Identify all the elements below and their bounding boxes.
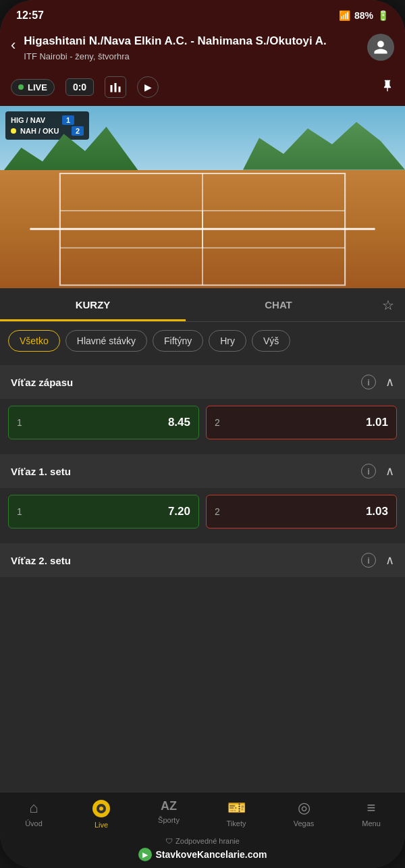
bet-option-1[interactable]: 1 7.20 [8,495,199,528]
tab-kurzy[interactable]: KURZY [0,288,186,321]
section-vitaz-2-setu: Víťaz 2. setu i ∧ [0,543,405,577]
pin-button[interactable] [381,79,394,96]
section-title: Víťaz zápasu [11,377,73,388]
filter-hlavne[interactable]: Hlavné stávky [65,330,147,352]
signal-icon: 📶 [339,10,350,21]
nav-label-uvod: Úvod [25,819,43,828]
match-title: Higashitani N./Nava Elkin A.C. - Nahiman… [24,34,359,49]
shield-icon: 🛡 [165,837,173,845]
svg-rect-1 [115,83,117,92]
section-header-vitaz-1-setu: Víťaz 1. setu i ∧ [0,454,405,488]
responsible-gaming: 🛡 Zodpovedné hranie [0,837,405,845]
section-title: Víťaz 2. setu [11,555,71,566]
svg-rect-2 [119,86,121,92]
info-button[interactable]: i [361,553,376,568]
nav-label-sporty: Športy [158,816,180,824]
brand-label: StavkoveKancelarie.com [156,849,267,860]
bet-options-vitaz-zapasu: 1 8.45 2 1.01 [0,399,405,449]
nav-tikety[interactable]: 🎫 Tikety [216,799,256,829]
score-display: 0:0 [65,78,94,96]
responsible-label: Zodpovedné hranie [176,837,240,845]
time: 12:57 [16,9,44,22]
nav-label-live: Live [94,821,108,829]
bet-odds-1: 8.45 [168,416,190,429]
team1-name: HIG / NAV [11,116,58,124]
control-bar: LIVE 0:0 ▶ [0,71,405,106]
team2-name: NAH / OKU [20,127,68,135]
bet-option-1[interactable]: 1 8.45 [8,406,199,439]
header: ‹ Higashitani N./Nava Elkin A.C. - Nahim… [0,27,405,71]
brand-play-icon: ▶ [138,848,152,861]
bottom-nav: ⌂ Úvod Live AZ Športy 🎫 Tikety [0,792,405,833]
info-button[interactable]: i [361,464,376,479]
live-badge: LIVE [11,79,55,96]
live-dot [18,84,24,90]
avatar[interactable] [367,34,394,61]
vegas-icon: ◎ [298,799,310,817]
nav-uvod[interactable]: ⌂ Úvod [14,799,54,829]
svg-rect-0 [111,85,113,92]
svg-point-11 [99,807,103,811]
chevron-up-icon[interactable]: ∧ [385,464,394,479]
status-bar: 12:57 📶 88% 🔋 [0,0,405,27]
scoreboard-overlay: HIG / NAV 1 NAH / OKU 2 [5,111,89,140]
bet-label-1: 1 [17,417,22,428]
tab-chat[interactable]: CHAT [186,288,371,321]
section-vitaz-1-setu: Víťaz 1. setu i ∧ 1 7.20 2 1.03 [0,454,405,538]
favorite-button[interactable]: ☆ [371,289,405,321]
chevron-up-icon[interactable]: ∧ [385,553,394,568]
nav-menu[interactable]: ≡ Menu [351,799,392,829]
filter-row: Všetko Hlavné stávky Fiftýny Hry Výš [0,322,405,360]
section-header-vitaz-2-setu: Víťaz 2. setu i ∧ [0,543,405,577]
bet-options-vitaz-1-setu: 1 7.20 2 1.03 [0,488,405,538]
bet-option-2[interactable]: 2 1.03 [206,495,397,528]
sporty-icon: AZ [161,799,177,813]
section-controls: i ∧ [361,464,394,479]
nav-sporty[interactable]: AZ Športy [148,799,189,829]
bet-option-2[interactable]: 2 1.01 [206,406,397,439]
info-button[interactable]: i [361,375,376,389]
filter-vsetko[interactable]: Všetko [8,330,60,352]
bet-label-2: 2 [215,417,220,428]
battery: 88% [354,10,373,21]
nav-label-vegas: Vegas [294,819,315,828]
stats-button[interactable] [105,76,126,98]
back-button[interactable]: ‹ [11,36,16,54]
section-header-vitaz-zapasu: Víťaz zápasu i ∧ [0,365,405,399]
bet-odds-2: 1.03 [366,505,388,518]
live-label: LIVE [28,82,47,92]
match-subtitle: ITF Nairobi - ženy, štvorhra [24,51,359,61]
bet-odds-1: 7.20 [168,505,190,518]
play-button[interactable]: ▶ [137,76,159,98]
match-title-container: Higashitani N./Nava Elkin A.C. - Nahiman… [24,34,359,61]
tabs-bar: KURZY CHAT ☆ [0,288,405,322]
home-icon: ⌂ [29,799,38,817]
filter-vys[interactable]: Výš [252,330,290,352]
nav-live[interactable]: Live [81,799,122,829]
section-controls: i ∧ [361,375,394,389]
video-area: HIG / NAV 1 NAH / OKU 2 [0,106,405,288]
section-vitaz-zapasu: Víťaz zápasu i ∧ 1 8.45 2 1.01 [0,365,405,449]
section-controls: i ∧ [361,553,394,568]
nav-label-tikety: Tikety [227,819,246,828]
tikety-icon: 🎫 [227,799,246,817]
section-title: Víťaz 1. setu [11,466,71,477]
serve-indicator [11,128,16,134]
bet-odds-2: 1.01 [366,416,388,429]
content-area: Víťaz zápasu i ∧ 1 8.45 2 1.01 [0,360,405,792]
footer: 🛡 Zodpovedné hranie ▶ StavkoveKancelarie… [0,833,405,868]
nav-label-menu: Menu [362,819,381,828]
team2-score: 2 [72,126,84,136]
brand[interactable]: ▶ StavkoveKancelarie.com [0,848,405,861]
team1-score: 1 [62,115,74,125]
filter-fiftyny[interactable]: Fiftýny [153,330,203,352]
menu-icon: ≡ [367,799,376,817]
battery-icon: 🔋 [377,10,389,21]
bet-label-1: 1 [17,506,22,517]
nav-vegas[interactable]: ◎ Vegas [284,799,324,829]
chevron-up-icon[interactable]: ∧ [385,375,394,389]
bet-label-2: 2 [215,506,220,517]
filter-hry[interactable]: Hry [209,330,246,352]
